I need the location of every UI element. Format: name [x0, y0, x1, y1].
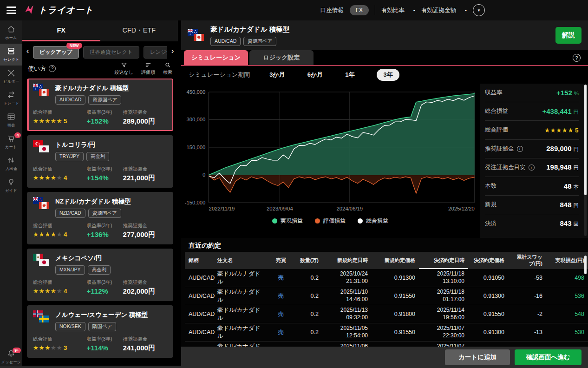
top-header: トライオート 口座情報 FX 有効比率 - 有効証拠金額 - ▼: [0, 0, 588, 20]
cell-4: 2025/11/1309:32:00: [322, 306, 372, 322]
stats-scrollbar-thumb[interactable]: [584, 85, 587, 195]
list-filter-tools: 絞込なし評価順検索: [115, 61, 172, 76]
column-header-8[interactable]: 累計スワップ(円): [508, 252, 546, 269]
cell-8: -13: [508, 328, 546, 336]
table-body: AUD/CAD豪ドル/カナダドル売0.22025/10/2421:31:000.…: [185, 269, 588, 347]
flag-ca-icon: [194, 34, 204, 41]
period-option-1年[interactable]: 1年: [345, 71, 354, 79]
strategy-card[interactable]: ノルウェー/スウェーデン 積極型 NOK/SEK 隣国ペア 総合評価 ★★★★★…: [27, 305, 173, 358]
margin-label: 推奨証拠金: [123, 279, 167, 286]
explain-button[interactable]: 解説: [555, 27, 581, 44]
stat-value: 48本: [564, 182, 579, 191]
category-chip-2[interactable]: レンジ追尾: [144, 46, 167, 59]
cell-4: 2025/11/0512:54:00: [322, 324, 372, 340]
cell-4: 2025/10/2421:31:00: [322, 269, 372, 286]
card-margin-value: 277,000円: [123, 230, 167, 239]
execution-row[interactable]: AUD/CAD豪ドル/カナダドル売0.22025/11/1014:46:000.…: [185, 287, 588, 305]
yield-label: 収益率(3年): [87, 223, 123, 229]
cell-6: 2025/11/1801:17:00: [419, 288, 468, 304]
filter-button[interactable]: 絞込なし: [115, 61, 133, 76]
detail-tab-0[interactable]: シミュレーション: [184, 50, 248, 65]
account-info-label: 口座情報: [320, 7, 344, 14]
execution-row[interactable]: AUD/CAD豪ドル/カナダドル売0.22025/11/0601:51:000.…: [185, 342, 588, 347]
category-chip-row: ‹ ピックアップNEW世界通貨セレクトレンジ追尾 ›: [22, 41, 178, 60]
sidebar-item-select[interactable]: セレクト: [0, 44, 22, 66]
sidebar-item-cart[interactable]: 4カート: [0, 131, 22, 153]
confirm-button[interactable]: 確認画面へ進む: [515, 349, 581, 365]
flag-jp-icon: [39, 145, 49, 152]
period-option-3年[interactable]: 3年: [377, 69, 399, 81]
simulation-content: 450,000300,000150,0000-150,0002022/11/19…: [181, 84, 588, 238]
stat-rating-stars: ★★★★★5: [544, 126, 579, 134]
info-icon[interactable]: i: [517, 146, 523, 152]
strategy-card[interactable]: メキシコペソ/円 MXN/JPY 高金利 総合評価 ★★★★★4 収益率(3年)…: [27, 249, 173, 301]
tab-help-icon[interactable]: ?: [573, 54, 581, 62]
recent-executions-section: 直近の約定 銘柄注文名売買数量(万)新規約定日時新規約定価格決済約定日時決済約定…: [181, 238, 588, 347]
account-type-badge[interactable]: FX: [350, 5, 369, 15]
column-header-0[interactable]: 銘柄: [185, 252, 214, 269]
legend-dot: [358, 218, 363, 223]
column-header-1[interactable]: 注文名: [214, 252, 269, 269]
column-header-3[interactable]: 数量(万): [293, 252, 322, 269]
legend-dot: [272, 218, 277, 223]
legend-dot: [315, 218, 320, 223]
execution-row[interactable]: AUD/CAD豪ドル/カナダドル売0.22025/10/2421:31:000.…: [185, 269, 588, 287]
period-option-6か月[interactable]: 6か月: [307, 71, 323, 79]
column-header-7[interactable]: 決済約定価格: [468, 252, 508, 269]
column-header-4[interactable]: 新規約定日時: [322, 252, 372, 269]
market-tab-fx[interactable]: FX: [22, 20, 100, 41]
period-label: シミュレーション期間: [189, 71, 250, 79]
sidebar-item-deposit[interactable]: 入出金: [0, 153, 22, 175]
builder-icon: [7, 68, 16, 78]
cell-0: AUD/CAD: [185, 274, 214, 282]
sidebar-item-builder[interactable]: ビルダー: [0, 66, 22, 87]
card-flags: [33, 197, 50, 210]
account-dropdown-button[interactable]: ▼: [473, 4, 485, 16]
sidebar-item-inquiry[interactable]: 照会: [0, 109, 22, 131]
table-scrollbar-thumb[interactable]: [584, 256, 587, 274]
effective-margin-value: -: [462, 7, 467, 13]
search-button[interactable]: 検索: [163, 61, 172, 76]
sidebar-item-home[interactable]: ホーム: [0, 22, 22, 44]
detail-panel: 豪ドル/カナダドル 積極型 AUD/CAD 資源国ペア 解説 シミュレーションロ…: [181, 20, 588, 368]
sidebar-item-guide[interactable]: ガイド: [0, 175, 22, 197]
cell-1: 豪ドル/カナダドル: [214, 269, 269, 287]
column-header-9[interactable]: 実現損益(円): [546, 252, 588, 269]
cell-5: 0.91550: [372, 328, 419, 336]
column-header-5[interactable]: 新規約定価格: [372, 252, 419, 269]
category-chip-0[interactable]: ピックアップNEW: [33, 46, 79, 59]
column-header-6[interactable]: 決済約定日時: [419, 252, 468, 269]
market-tab-cfdetf[interactable]: CFD・ETF: [100, 20, 178, 41]
card-flags: [33, 310, 50, 323]
add-to-cart-button[interactable]: カートに追加: [445, 349, 510, 365]
sidebar-item-trade[interactable]: トレード: [0, 87, 22, 109]
strategy-card[interactable]: 豪ドル/カナダドル 積極型 AUD/CAD 資源国ペア 総合評価 ★★★★★5 …: [27, 79, 173, 131]
stat-row-推奨証拠金: 推奨証拠金i289,000円: [485, 140, 579, 158]
app-logo[interactable]: トライオート: [24, 4, 93, 16]
sidebar-item-message[interactable]: 9+メッセージ: [0, 346, 22, 368]
stat-value: +438,441円: [542, 107, 579, 116]
margin-label: 推奨証拠金: [123, 109, 167, 116]
execution-row[interactable]: AUD/CAD豪ドル/カナダドル売0.22025/11/0512:54:000.…: [185, 323, 588, 342]
info-icon[interactable]: i: [529, 164, 535, 171]
stat-label: 総合損益: [485, 107, 508, 115]
strategy-card[interactable]: トルコリラ/円 TRY/JPY 高金利 総合評価 ★★★★★4 収益率(3年) …: [27, 135, 173, 188]
cell-2: 売: [269, 309, 293, 319]
cell-0: AUD/CAD: [185, 292, 214, 300]
svg-text:2023/09/04: 2023/09/04: [267, 206, 293, 211]
sort-button[interactable]: 評価順: [141, 61, 155, 76]
execution-row[interactable]: AUD/CAD豪ドル/カナダドル売0.22025/11/1309:32:000.…: [185, 305, 588, 323]
period-option-3か月[interactable]: 3か月: [269, 71, 285, 79]
usage-link[interactable]: 使い方 ?: [28, 65, 56, 73]
guide-icon: [7, 177, 16, 187]
detail-tab-1[interactable]: ロジック設定: [249, 50, 314, 65]
card-category-tag: 隣国ペア: [88, 322, 117, 331]
stat-label: 決済: [485, 220, 497, 228]
column-header-2[interactable]: 売買: [269, 252, 293, 269]
chips-scroll-left-icon[interactable]: ‹: [24, 47, 31, 55]
hamburger-menu-icon[interactable]: [7, 7, 16, 14]
chips-scroll-right-icon[interactable]: ›: [169, 47, 176, 55]
usage-help-icon[interactable]: ?: [49, 65, 56, 72]
strategy-card[interactable]: NZドル/カナダドル 積極型 NZD/CAD 資源国ペア 総合評価 ★★★★★4…: [27, 192, 173, 244]
category-chip-1[interactable]: 世界通貨セレクト: [83, 46, 139, 59]
